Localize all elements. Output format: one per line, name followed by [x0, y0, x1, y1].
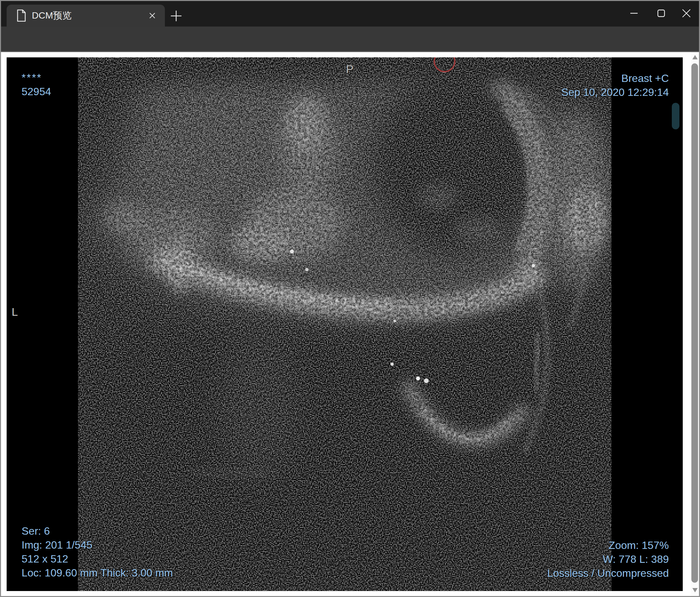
scroll-down-icon[interactable]	[692, 588, 698, 592]
scrollbar-thumb[interactable]	[691, 63, 698, 583]
tab-title: DCM预览	[32, 5, 72, 27]
minimize-icon	[630, 9, 638, 18]
window-close-button[interactable]	[675, 0, 697, 27]
overlay-patient-info: **** 52954	[22, 71, 51, 99]
maximize-icon	[657, 9, 666, 18]
accession-number: 52954	[22, 84, 51, 99]
orientation-marker-left: L	[11, 306, 18, 318]
compression-info: Lossless / Uncompressed	[547, 566, 669, 580]
orientation-marker-posterior: P	[346, 63, 354, 76]
page-scrollbar[interactable]	[691, 52, 700, 597]
browser-window: DCM预览	[0, 0, 700, 597]
study-datetime: Sep 10, 2020 12:29:14	[561, 85, 669, 99]
overlay-series-info: Ser: 6 Img: 201 1/545 512 x 512 Loc: 109…	[22, 524, 173, 580]
study-label: Breast +C	[561, 71, 669, 85]
document-icon	[16, 9, 27, 22]
zoom-level: Zoom: 157%	[547, 538, 669, 552]
overlay-study-info: Breast +C Sep 10, 2020 12:29:14	[561, 71, 669, 99]
window-level: W: 778 L: 389	[547, 552, 669, 566]
series-number: Ser: 6	[22, 524, 173, 538]
series-scroll-indicator[interactable]	[672, 103, 679, 129]
image-matrix: 512 x 512	[22, 552, 173, 566]
tab-strip: DCM预览	[0, 0, 700, 27]
maximize-button[interactable]	[650, 0, 672, 27]
window-close-icon	[682, 9, 691, 18]
browser-tab[interactable]: DCM预览	[7, 5, 165, 27]
overlay-display-info: Zoom: 157% W: 778 L: 389 Lossless / Unco…	[547, 538, 669, 580]
new-tab-button[interactable]	[169, 9, 183, 23]
patient-id-masked: ****	[22, 71, 51, 84]
scroll-up-icon[interactable]	[692, 55, 698, 59]
tab-close-icon[interactable]	[147, 10, 157, 21]
browser-toolbar: https://file.kkview.cn/onlinePreview?url…	[0, 27, 700, 52]
mri-image	[7, 57, 683, 591]
image-index: Img: 201 1/545	[22, 538, 173, 552]
slice-location: Loc: 109.60 mm Thick: 3.00 mm	[22, 566, 173, 580]
minimize-button[interactable]	[623, 0, 645, 27]
page-content: **** 52954 Breast +C Sep 10, 2020 12:29:…	[0, 52, 700, 597]
dicom-viewer-canvas[interactable]: **** 52954 Breast +C Sep 10, 2020 12:29:…	[7, 57, 683, 591]
